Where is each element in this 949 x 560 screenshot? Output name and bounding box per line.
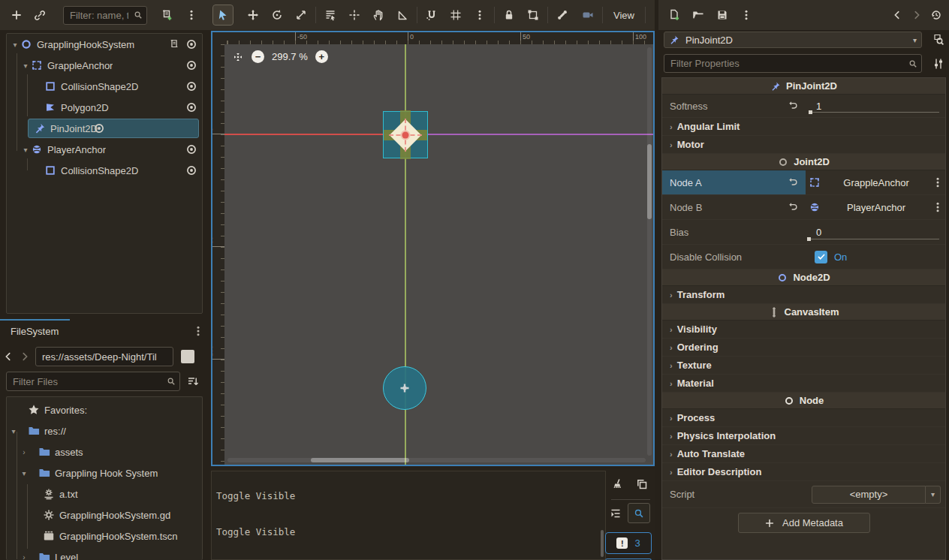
scene-tree-row-polygon2d[interactable]: Polygon2D	[7, 97, 202, 118]
chevron-down-icon[interactable]: ▾	[926, 486, 941, 504]
display-mode-toggle[interactable]	[181, 350, 194, 363]
slider-track[interactable]	[809, 112, 939, 113]
node-a-assign-button[interactable]: GrappleAnchor	[806, 176, 945, 188]
rotate-tool-button[interactable]	[267, 5, 287, 25]
group-editor-description[interactable]: ›Editor Description	[662, 463, 945, 481]
lock-selected-button[interactable]	[499, 5, 519, 25]
fs-row-tscn[interactable]: GrapplingHookSystem.tscn	[7, 525, 202, 546]
chevron-right-icon[interactable]: ›	[19, 448, 29, 456]
select-tool-button[interactable]	[213, 5, 233, 25]
log-search-button[interactable]	[628, 503, 650, 523]
slider-track[interactable]	[809, 239, 939, 239]
node-b-options-button[interactable]	[932, 201, 944, 213]
revert-icon[interactable]	[788, 101, 798, 111]
group-visibility[interactable]: ›Visibility	[662, 321, 945, 339]
edit-history-button[interactable]	[926, 5, 946, 25]
group-texture[interactable]: ›Texture	[662, 357, 945, 375]
horizontal-scrollbar-thumb[interactable]	[311, 458, 409, 462]
collapse-duplicates-button[interactable]	[610, 507, 622, 519]
file-sort-button[interactable]	[183, 372, 203, 391]
group-ordering[interactable]: ›Ordering	[662, 339, 945, 357]
node-b-assign-button[interactable]: PlayerAnchor	[806, 201, 945, 213]
eye-icon[interactable]	[93, 122, 105, 134]
softness-slider[interactable]: 1	[806, 95, 945, 117]
disable-collision-checkbox[interactable]	[815, 251, 827, 263]
eye-icon[interactable]	[185, 164, 197, 176]
nav-back-button[interactable]	[0, 347, 17, 366]
log-scrollbar-thumb[interactable]	[601, 530, 604, 557]
vertical-scrollbar-thumb[interactable]	[647, 144, 652, 219]
group-auto-translate[interactable]: ›Auto Translate	[662, 445, 945, 463]
scene-tree-row-grappleanchor[interactable]: ▾ GrappleAnchor	[7, 55, 202, 76]
scene-tree-row-playeranchor[interactable]: ▾ PlayerAnchor	[7, 139, 202, 160]
group-angular-limit[interactable]: ›Angular Limit	[662, 118, 945, 136]
history-back-button[interactable]	[887, 5, 907, 25]
fs-row-level[interactable]: › Level	[7, 546, 202, 560]
ruler-tool-button[interactable]	[393, 5, 412, 25]
log-output[interactable]: Toggle Visible Toggle Visible Remove Nod…	[211, 471, 606, 560]
canvas-area[interactable]: − 299.7 % +	[224, 44, 653, 465]
script-dropdown[interactable]: <empty> ▾	[812, 486, 941, 504]
skeleton-options-button[interactable]	[553, 5, 572, 25]
fs-row-a-txt[interactable]: a.txt	[7, 483, 202, 504]
resource-options-button[interactable]	[737, 5, 756, 25]
new-resource-button[interactable]	[664, 5, 684, 25]
slider-handle[interactable]	[807, 237, 811, 241]
group-selected-button[interactable]	[523, 5, 543, 25]
camera-override-button[interactable]	[578, 5, 598, 25]
fs-row-assets[interactable]: › assets	[7, 441, 202, 462]
center-view-icon[interactable]	[232, 51, 244, 63]
bias-value[interactable]: 0	[806, 227, 821, 238]
scene-tree-row-grapplinghooksystem[interactable]: ▾ GrapplingHookSystem	[7, 34, 202, 55]
scene-tree-row-collisionshape2d-2[interactable]: CollisionShape2D	[7, 160, 202, 181]
filesystem-tab[interactable]: FileSystem	[11, 326, 192, 337]
bias-slider[interactable]: 0	[806, 220, 945, 244]
script-icon[interactable]	[169, 39, 179, 50]
chevron-down-icon[interactable]: ▾	[10, 41, 20, 49]
list-select-tool-button[interactable]	[321, 5, 340, 25]
move-tool-button[interactable]	[243, 5, 263, 25]
add-metadata-button[interactable]: Add Metadata	[738, 513, 870, 533]
scale-tool-button[interactable]	[291, 5, 311, 25]
property-filter-input[interactable]	[664, 54, 922, 73]
2d-viewport[interactable]: -50 0 50 100 0 50 100	[211, 31, 655, 466]
scene-tree-row-collisionshape2d[interactable]: CollisionShape2D	[7, 76, 202, 97]
node-a-options-button[interactable]	[932, 176, 944, 188]
chevron-down-icon[interactable]: ▾	[19, 469, 29, 477]
chevron-down-icon[interactable]: ▾	[8, 427, 19, 435]
inspector-tools-button[interactable]	[932, 58, 944, 70]
revert-icon[interactable]	[788, 177, 798, 188]
chevron-down-icon[interactable]: ▾	[20, 62, 31, 70]
fs-row-favorites[interactable]: Favorites:	[7, 399, 202, 420]
chevron-right-icon[interactable]: ›	[19, 553, 29, 560]
group-physics-interpolation[interactable]: ›Physics Interpolation	[662, 427, 945, 445]
fs-row-grappling-hook-system[interactable]: ▾ Grappling Hook System	[7, 462, 202, 483]
revert-icon[interactable]	[788, 202, 798, 212]
snap-options-button[interactable]	[470, 5, 490, 25]
chevron-down-icon[interactable]: ▾	[20, 146, 31, 154]
load-resource-button[interactable]	[688, 5, 708, 25]
pivot-tool-button[interactable]	[345, 5, 364, 25]
horizontal-scrollbar[interactable]	[227, 458, 646, 462]
eye-icon[interactable]	[185, 80, 197, 92]
edited-node-selector[interactable]: PinJoint2D ▾	[664, 32, 922, 48]
instance-scene-button[interactable]	[30, 5, 50, 25]
fs-row-gd-script[interactable]: GrapplingHookSystem.gd	[7, 504, 202, 525]
current-path-input[interactable]	[35, 347, 173, 366]
save-resource-button[interactable]	[713, 5, 732, 25]
group-material[interactable]: ›Material	[662, 375, 945, 393]
scene-tree-options-button[interactable]	[182, 5, 201, 25]
eye-icon[interactable]	[185, 101, 197, 113]
pan-tool-button[interactable]	[369, 5, 388, 25]
zoom-in-button[interactable]: +	[315, 50, 328, 63]
zoom-percent[interactable]: 299.7 %	[272, 51, 308, 62]
smart-snap-toggle[interactable]	[422, 5, 441, 25]
scene-tree-row-pinjoint2d-selected[interactable]: PinJoint2D	[7, 118, 202, 139]
slider-handle[interactable]	[809, 110, 812, 114]
open-docs-button[interactable]	[932, 34, 944, 46]
vertical-scrollbar[interactable]	[647, 47, 652, 456]
view-menu-button[interactable]: View	[607, 7, 640, 24]
group-process[interactable]: ›Process	[662, 409, 945, 427]
eye-icon[interactable]	[185, 59, 197, 71]
group-transform[interactable]: ›Transform	[662, 286, 945, 304]
